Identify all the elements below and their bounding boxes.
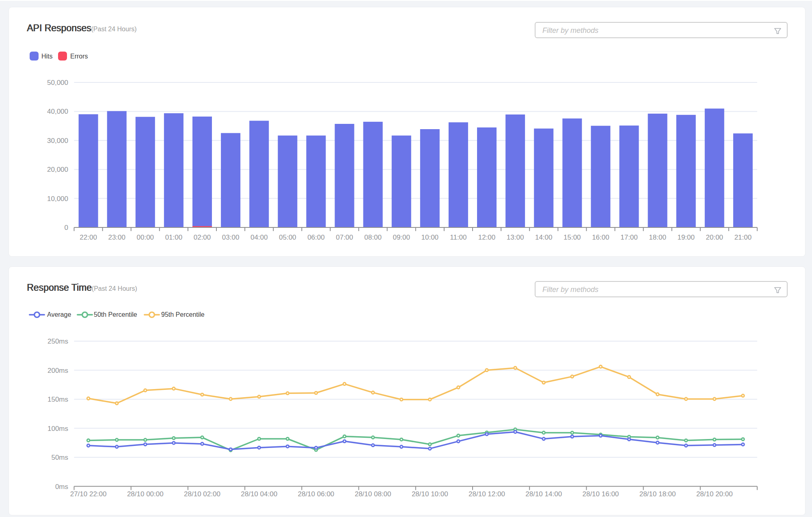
svg-text:28/10 08:00: 28/10 08:00 bbox=[355, 490, 391, 498]
svg-text:0: 0 bbox=[65, 224, 68, 231]
svg-text:22:00: 22:00 bbox=[80, 234, 97, 241]
svg-text:17:00: 17:00 bbox=[620, 234, 638, 241]
svg-text:28/10 10:00: 28/10 10:00 bbox=[412, 490, 448, 498]
svg-text:09:00: 09:00 bbox=[393, 234, 410, 241]
svg-text:06:00: 06:00 bbox=[307, 234, 325, 241]
svg-text:00:00: 00:00 bbox=[137, 234, 154, 241]
svg-text:28/10 00:00: 28/10 00:00 bbox=[127, 490, 164, 498]
svg-text:100ms: 100ms bbox=[48, 425, 68, 433]
svg-text:14:00: 14:00 bbox=[535, 234, 553, 241]
svg-text:50ms: 50ms bbox=[51, 454, 68, 461]
svg-text:200ms: 200ms bbox=[48, 367, 68, 374]
svg-text:01:00: 01:00 bbox=[165, 234, 183, 241]
svg-text:21:00: 21:00 bbox=[734, 234, 752, 241]
svg-text:250ms: 250ms bbox=[48, 337, 68, 345]
svg-text:10:00: 10:00 bbox=[421, 234, 439, 241]
svg-text:18:00: 18:00 bbox=[649, 234, 666, 241]
svg-text:23:00: 23:00 bbox=[108, 234, 125, 241]
svg-text:0ms: 0ms bbox=[55, 483, 68, 491]
svg-text:150ms: 150ms bbox=[48, 396, 68, 403]
svg-text:28/10 14:00: 28/10 14:00 bbox=[525, 490, 562, 498]
svg-text:20,000: 20,000 bbox=[47, 166, 68, 173]
svg-text:15:00: 15:00 bbox=[564, 234, 581, 241]
svg-text:28/10 06:00: 28/10 06:00 bbox=[298, 490, 334, 498]
svg-text:40,000: 40,000 bbox=[47, 108, 68, 115]
svg-text:28/10 16:00: 28/10 16:00 bbox=[582, 490, 619, 498]
svg-text:28/10 20:00: 28/10 20:00 bbox=[696, 490, 733, 498]
svg-text:11:00: 11:00 bbox=[450, 234, 466, 241]
svg-text:12:00: 12:00 bbox=[478, 234, 496, 241]
svg-text:07:00: 07:00 bbox=[336, 234, 353, 241]
svg-text:28/10 12:00: 28/10 12:00 bbox=[469, 490, 505, 498]
svg-text:30,000: 30,000 bbox=[47, 137, 68, 145]
svg-text:04:00: 04:00 bbox=[251, 234, 268, 241]
svg-text:05:00: 05:00 bbox=[279, 234, 296, 241]
svg-text:08:00: 08:00 bbox=[364, 234, 382, 241]
svg-text:20:00: 20:00 bbox=[706, 234, 723, 241]
svg-text:13:00: 13:00 bbox=[507, 234, 524, 241]
svg-text:50,000: 50,000 bbox=[47, 79, 68, 87]
svg-text:02:00: 02:00 bbox=[194, 234, 211, 241]
svg-text:27/10 22:00: 27/10 22:00 bbox=[70, 490, 107, 498]
svg-text:28/10 02:00: 28/10 02:00 bbox=[184, 490, 220, 498]
svg-text:10,000: 10,000 bbox=[47, 195, 68, 203]
svg-text:28/10 04:00: 28/10 04:00 bbox=[241, 490, 277, 498]
svg-text:19:00: 19:00 bbox=[677, 234, 695, 241]
svg-text:28/10 18:00: 28/10 18:00 bbox=[639, 490, 676, 498]
svg-text:03:00: 03:00 bbox=[222, 234, 240, 241]
svg-text:16:00: 16:00 bbox=[592, 234, 609, 241]
